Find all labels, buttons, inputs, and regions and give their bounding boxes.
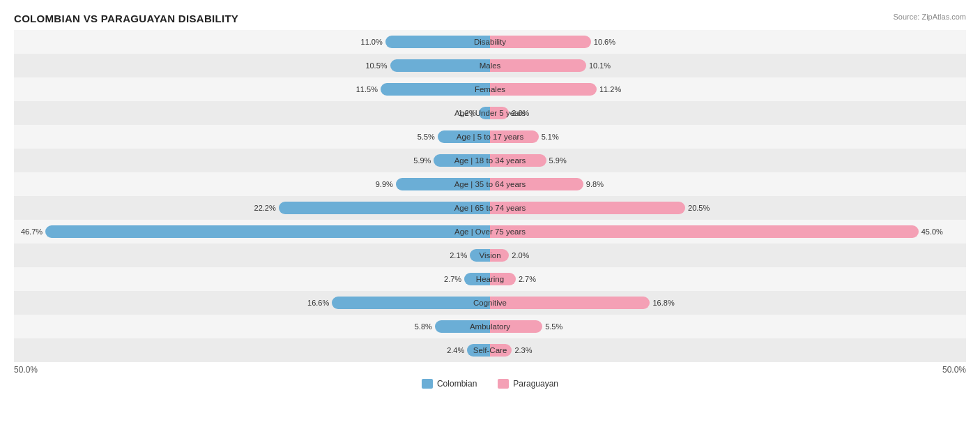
value-left: 11.5% (356, 85, 378, 93)
value-right: 2.7% (519, 275, 536, 283)
chart-row: Age | 35 to 64 years9.9%9.8% (14, 172, 966, 196)
bar-left (45, 225, 490, 238)
bar-left (470, 249, 490, 262)
chart-row: Disability11.0%10.6% (14, 30, 966, 54)
value-left: 5.8% (415, 322, 432, 331)
value-left: 5.9% (413, 156, 431, 165)
bar-right (490, 130, 539, 143)
value-right: 5.9% (549, 156, 567, 165)
source-label: Source: ZipAtlas.com (893, 13, 966, 21)
chart-area: Disability11.0%10.6%Males10.5%10.1%Femal… (14, 30, 966, 362)
bar-left (279, 202, 490, 214)
value-left: 5.5% (418, 133, 435, 141)
value-left: 1.2% (459, 109, 476, 117)
bar-right (490, 107, 509, 119)
chart-row: Hearing2.7%2.7% (14, 267, 966, 291)
chart-row: Age | Over 75 years46.7%45.0% (14, 220, 966, 244)
bar-right (490, 344, 512, 357)
bar-right (490, 154, 546, 167)
value-right: 45.0% (921, 227, 943, 236)
chart-row: Vision2.1%2.0% (14, 244, 966, 267)
legend-colombian: Colombian (422, 379, 477, 389)
bar-left (332, 297, 490, 309)
chart-row: Age | Under 5 years1.2%2.0% (14, 101, 966, 125)
bar-left (438, 130, 490, 143)
value-right: 2.3% (514, 346, 532, 354)
bar-right (490, 297, 650, 309)
value-right: 20.5% (688, 204, 710, 212)
bar-left (381, 83, 490, 96)
legend-colombian-label: Colombian (437, 379, 477, 389)
chart-row: Age | 5 to 17 years5.5%5.1% (14, 125, 966, 149)
legend-paraguayan-box (498, 379, 509, 389)
bar-left (390, 59, 490, 72)
x-axis-right: 50.0% (942, 365, 966, 375)
chart-row: Age | 18 to 34 years5.9%5.9% (14, 149, 966, 172)
chart-container: COLOMBIAN VS PARAGUAYAN DISABILITY Sourc… (0, 0, 980, 427)
value-right: 10.6% (594, 38, 615, 46)
chart-row: Age | 65 to 74 years22.2%20.5% (14, 196, 966, 220)
value-left: 11.0% (361, 38, 383, 46)
bar-left (479, 107, 490, 119)
value-right: 11.2% (599, 85, 621, 93)
value-left: 46.7% (21, 227, 43, 236)
x-axis-left: 50.0% (14, 365, 38, 375)
chart-row: Self-Care2.4%2.3% (14, 338, 966, 362)
bar-left (396, 178, 490, 190)
value-left: 22.2% (254, 204, 276, 212)
value-left: 2.4% (447, 346, 464, 354)
value-left: 10.5% (365, 61, 387, 70)
bar-right (490, 83, 597, 96)
chart-title: COLOMBIAN VS PARAGUAYAN DISABILITY (14, 13, 966, 24)
legend-colombian-box (422, 379, 433, 389)
value-left: 9.9% (376, 180, 393, 188)
value-right: 2.0% (512, 251, 529, 260)
bar-left (435, 320, 490, 333)
value-left: 16.6% (307, 299, 329, 307)
bar-left (467, 344, 490, 357)
bar-right (490, 59, 586, 72)
bar-left (385, 36, 490, 48)
legend-paraguayan-label: Paraguayan (513, 379, 558, 389)
value-right: 9.8% (586, 180, 604, 188)
bar-right (490, 225, 919, 238)
bar-right (490, 202, 685, 214)
chart-row: Ambulatory5.8%5.5% (14, 315, 966, 338)
legend: Colombian Paraguayan (14, 379, 966, 389)
bar-right (490, 36, 591, 48)
value-right: 10.1% (589, 61, 611, 70)
bar-right (490, 320, 542, 333)
chart-row: Males10.5%10.1% (14, 54, 966, 77)
legend-paraguayan: Paraguayan (498, 379, 558, 389)
x-axis: 50.0% 50.0% (14, 365, 966, 375)
bar-right (490, 178, 583, 190)
bar-left (434, 154, 490, 167)
bar-right (490, 249, 509, 262)
value-left: 2.1% (450, 251, 467, 260)
value-right: 5.1% (542, 133, 559, 141)
value-right: 16.8% (652, 299, 674, 307)
bar-left (464, 273, 490, 285)
bar-right (490, 273, 516, 285)
value-right: 5.5% (545, 322, 562, 331)
chart-row: Females11.5%11.2% (14, 77, 966, 101)
chart-row: Cognitive16.6%16.8% (14, 291, 966, 315)
value-left: 2.7% (444, 275, 461, 283)
value-right: 2.0% (512, 109, 529, 117)
